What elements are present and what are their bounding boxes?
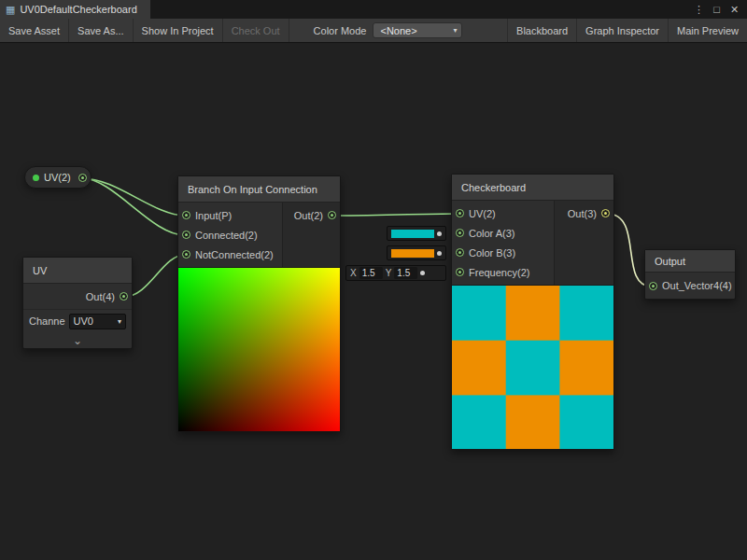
show-in-project-button[interactable]: Show In Project — [134, 19, 223, 42]
collapse-chevron-icon: ⌄ — [73, 337, 82, 344]
edge-uvproperty-to-connected[interactable] — [82, 178, 185, 235]
branch-out-row: Out(2) — [283, 205, 340, 225]
branch-out-port[interactable] — [328, 211, 336, 219]
branch-notconnected-port[interactable] — [182, 250, 190, 259]
maximize-icon[interactable]: □ — [709, 0, 725, 19]
uv-channel-dropdown[interactable]: UV0 ▾ — [69, 314, 126, 329]
checkerboard-out-label: Out(3) — [568, 208, 597, 219]
uv-property-label: UV(2) — [44, 172, 74, 183]
uv-channel-label: Channe — [29, 315, 65, 327]
checkerboard-uv-label: UV(2) — [469, 208, 496, 219]
checkerboard-frequency-port[interactable] — [456, 268, 464, 276]
branch-notconnected-label: NotConnected(2) — [195, 249, 274, 260]
output-vector4-port[interactable] — [649, 282, 657, 290]
uv-property-output-port[interactable] — [78, 174, 87, 182]
property-dot-icon — [33, 175, 39, 181]
frequency-x-field[interactable]: 1.5 — [359, 267, 383, 279]
branch-input-label: Input(P) — [195, 210, 232, 221]
window-controls: ⋮ □ ✕ — [691, 0, 747, 19]
edge-uvnode-to-notconnected[interactable] — [124, 255, 185, 297]
frequency-slot-dot-icon[interactable] — [420, 271, 425, 275]
uv-property-node[interactable]: UV(2) — [24, 166, 92, 189]
branch-on-input-connection-node[interactable]: Branch On Input Connection Input(P) Conn… — [177, 175, 341, 432]
uv-channel-value: UV0 — [74, 315, 93, 327]
color-mode-dropdown[interactable]: <None> ▾ — [373, 22, 462, 38]
uv-out-row: Out(4) — [23, 284, 132, 309]
output-vector4-row: Out_Vector4(4) — [645, 273, 735, 299]
uv-node-title: UV — [23, 258, 132, 284]
uv-channel-row: Channe UV0 ▾ — [23, 309, 132, 332]
checkerboard-color-a-port[interactable] — [456, 229, 464, 237]
main-preview-toggle-button[interactable]: Main Preview — [668, 19, 747, 42]
checkerboard-uv-port[interactable] — [456, 209, 464, 217]
checkerboard-color-b-port[interactable] — [456, 248, 464, 257]
checkerboard-out-port[interactable] — [601, 209, 610, 217]
branch-out-label: Out(2) — [294, 210, 323, 221]
shadergraph-asset-icon: ▦ — [6, 5, 15, 15]
output-vector4-label: Out_Vector4(4) — [662, 280, 732, 291]
color-a-swatch[interactable] — [391, 230, 434, 238]
graph-inspector-toggle-button[interactable]: Graph Inspector — [576, 19, 668, 42]
chevron-down-icon: ▾ — [118, 317, 121, 326]
frequency-y-field[interactable]: 1.5 — [394, 267, 417, 279]
branch-node-preview — [178, 267, 340, 431]
color-a-slot-widget — [387, 226, 446, 241]
checkerboard-color-a-label: Color A(3) — [469, 228, 515, 239]
checkerboard-node[interactable]: Checkerboard UV(2) Color A(3) Color B(3)… — [451, 174, 614, 450]
branch-node-body: Input(P) Connected(2) NotConnected(2) Ou… — [178, 203, 340, 267]
uv-out-label: Out(4) — [86, 291, 115, 302]
edge-branch-to-checkerboard[interactable] — [332, 214, 458, 216]
branch-connected-port[interactable] — [182, 231, 190, 239]
color-b-slot-widget — [387, 245, 446, 260]
checkerboard-node-body: UV(2) Color A(3) Color B(3) Frequency(2)… — [452, 201, 613, 285]
tab-title: UV0DefaultCheckerboard — [20, 4, 136, 15]
checkerboard-node-title: Checkerboard — [452, 175, 613, 201]
output-node[interactable]: Output Out_Vector4(4) — [644, 249, 736, 300]
color-mode-control: Color Mode <None> ▾ — [314, 19, 463, 42]
frequency-x-label: X — [350, 268, 357, 278]
check-out-button: Check Out — [223, 19, 289, 42]
window-titlebar: ▦ UV0DefaultCheckerboard ⋮ □ ✕ — [0, 0, 747, 19]
edge-uvproperty-to-input[interactable] — [82, 178, 185, 216]
branch-connected-label: Connected(2) — [195, 230, 258, 241]
chevron-down-icon: ▾ — [453, 26, 457, 35]
checkerboard-node-preview — [452, 285, 613, 449]
save-asset-button[interactable]: Save Asset — [0, 19, 69, 42]
uv-node[interactable]: UV Out(4) Channe UV0 ▾ ⌄ — [22, 257, 133, 349]
graph-canvas[interactable]: UV(2) Branch On Input Connection Input(P… — [0, 44, 747, 560]
window-menu-icon[interactable]: ⋮ — [691, 0, 707, 19]
checkerboard-output-column: Out(3) — [554, 201, 613, 285]
color-b-slot-dot-icon[interactable] — [437, 251, 442, 256]
branch-input-port[interactable] — [182, 211, 190, 219]
uv-node-collapse-button[interactable]: ⌄ — [23, 332, 132, 348]
color-mode-label: Color Mode — [314, 25, 367, 36]
uv-out-port[interactable] — [120, 292, 128, 301]
asset-tab[interactable]: ▦ UV0DefaultCheckerboard — [0, 0, 150, 19]
color-mode-value: <None> — [380, 25, 416, 36]
graph-toolbar: Save Asset Save As... Show In Project Ch… — [0, 19, 747, 43]
color-b-swatch[interactable] — [391, 249, 434, 258]
branch-output-column: Out(2) — [282, 203, 340, 267]
checkerboard-color-b-label: Color B(3) — [469, 247, 515, 259]
toolbar-right-group: Blackboard Graph Inspector Main Preview — [507, 19, 747, 42]
branch-node-title: Branch On Input Connection — [178, 176, 340, 203]
blackboard-toggle-button[interactable]: Blackboard — [507, 19, 576, 42]
checkerboard-frequency-label: Frequency(2) — [469, 267, 529, 278]
save-as-button[interactable]: Save As... — [69, 19, 134, 42]
checkerboard-out-row: Out(3) — [555, 203, 613, 223]
output-node-title: Output — [645, 250, 735, 273]
frequency-y-label: Y — [386, 268, 392, 278]
color-a-slot-dot-icon[interactable] — [437, 231, 442, 236]
frequency-slot-widget: X 1.5 Y 1.5 — [345, 265, 446, 281]
close-icon[interactable]: ✕ — [726, 0, 742, 19]
